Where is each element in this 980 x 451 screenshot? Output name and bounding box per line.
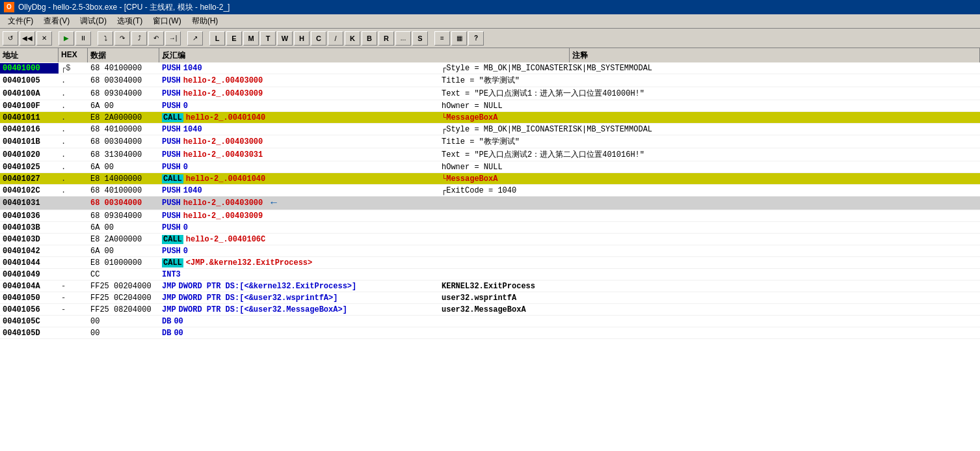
tb-C[interactable]: C [311, 31, 326, 46]
tb-K[interactable]: K [345, 31, 360, 46]
table-row[interactable]: 0040102C.68 40100000PUSH1040┌ExitCode = … [0, 185, 980, 197]
tb-R[interactable]: R [378, 31, 394, 46]
tb-E[interactable]: E [226, 31, 242, 46]
tb-run-to[interactable]: →| [165, 31, 181, 46]
operand: hello-2_.00403000 [183, 137, 263, 146]
table-row[interactable]: 00401000┌$68 40100000PUSH1040┌Style = MB… [0, 62, 980, 74]
cell-disasm: PUSHhello-2_.00403031 [159, 150, 439, 160]
menu-window[interactable]: 窗口(W) [148, 14, 186, 28]
table-row[interactable]: 00401020.68 31304000PUSHhello-2_.0040303… [0, 148, 980, 161]
cell-comment [439, 215, 980, 217]
mnemonic: PUSH [162, 89, 181, 98]
menu-view[interactable]: 查看(V) [38, 14, 75, 28]
mnemonic: JMP [162, 282, 176, 291]
cell-address: 00401031 [0, 198, 59, 208]
cell-hex [59, 333, 88, 334]
table-row[interactable]: 0040103B6A 00PUSH0 [0, 222, 980, 234]
mnemonic: PUSH [162, 150, 181, 159]
tb-restart[interactable]: ↺ [3, 31, 18, 46]
tb-back[interactable]: ◀◀ [20, 31, 35, 46]
tb-pause[interactable]: ⏸ [75, 31, 91, 46]
cell-data: 00 [88, 316, 159, 327]
cell-data: FF25 00204000 [88, 281, 159, 292]
cell-comment: Title = "教学测试" [439, 74, 980, 87]
operand: 0 [183, 102, 188, 111]
tb-slash[interactable]: / [328, 31, 343, 46]
operand: 00 [174, 329, 183, 338]
cell-address: 00401016 [0, 124, 59, 135]
tb-trace-over[interactable]: ↶ [148, 31, 164, 46]
operand: hello-2_.00403009 [183, 212, 263, 221]
cell-data: 00 [88, 328, 159, 338]
col-hex: HEX [59, 48, 88, 63]
cell-disasm: DB00 [159, 316, 439, 327]
table-row[interactable]: 00401044E8 01000000CALL<JMP.&kernel32.Ex… [0, 257, 980, 269]
cell-comment: hOwner = NULL [439, 101, 980, 111]
cell-hex [59, 321, 88, 322]
operand: hello-2_.00403000 [183, 76, 263, 85]
menu-debug[interactable]: 调试(D) [75, 14, 112, 28]
tb-exec[interactable]: ↗ [187, 31, 203, 46]
table-row[interactable]: 0040101B.68 00304000PUSHhello-2_.0040300… [0, 135, 980, 148]
table-row[interactable]: 00401025.6A 00PUSH0 hOwner = NULL [0, 161, 980, 173]
tb-run[interactable]: ▶ [59, 31, 74, 46]
tb-T[interactable]: T [260, 31, 276, 46]
table-row[interactable]: 004010426A 00PUSH0 [0, 245, 980, 257]
table-row[interactable]: 0040104A-FF25 00204000JMPDWORD PTR DS:[<… [0, 280, 980, 292]
title-bar: O OllyDbg - hello-2.5-3box.exe - [CPU - … [0, 0, 980, 14]
table-row[interactable]: 0040105C00DB00 [0, 316, 980, 327]
disasm-panel[interactable]: 00401000┌$68 40100000PUSH1040┌Style = MB… [0, 62, 980, 451]
menu-file[interactable]: 文件(F) [3, 14, 38, 28]
tb-close[interactable]: ✕ [36, 31, 52, 46]
mnemonic: DB [162, 329, 171, 338]
cell-address: 00401044 [0, 258, 59, 268]
mnemonic: JMP [162, 305, 176, 314]
mnemonic: PUSH [162, 102, 181, 111]
operand: hello-2_.00401040 [186, 174, 265, 184]
mnemonic: PUSH [162, 137, 181, 146]
table-row[interactable]: 00401005.68 00304000PUSHhello-2_.0040300… [0, 74, 980, 87]
mnemonic: PUSH [162, 223, 181, 232]
tb-step-in[interactable]: ⤵ [98, 31, 113, 46]
table-row[interactable]: 00401050-FF25 0C204000JMPDWORD PTR DS:[<… [0, 292, 980, 304]
tb-H[interactable]: H [294, 31, 310, 46]
menu-options[interactable]: 选项(T) [112, 14, 148, 28]
tb-question[interactable]: ? [468, 31, 484, 46]
cell-comment [439, 202, 980, 204]
table-row[interactable]: 0040100A.68 09304000PUSHhello-2_.0040300… [0, 87, 980, 100]
tb-W[interactable]: W [277, 31, 293, 46]
cell-data: 68 09304000 [88, 211, 159, 221]
tb-B[interactable]: B [362, 31, 377, 46]
col-addr: 地址 [0, 48, 59, 63]
table-row[interactable]: 00401011.E8 2A000000CALLhello-2_.0040104… [0, 112, 980, 124]
cell-data: FF25 08204000 [88, 305, 159, 315]
table-row[interactable]: 00401016.68 40100000PUSH1040┌Style = MB_… [0, 124, 980, 135]
tb-grid[interactable]: ▦ [451, 31, 467, 46]
table-row[interactable]: 0040103668 09304000PUSHhello-2_.00403009 [0, 210, 980, 222]
table-row[interactable]: 00401049CCINT3 [0, 269, 980, 280]
cell-data: 68 40100000 [88, 124, 159, 135]
cell-disasm: CALL<JMP.&kernel32.ExitProcess> [159, 258, 439, 268]
table-row[interactable]: 00401056-FF25 08204000JMPDWORD PTR DS:[<… [0, 304, 980, 316]
table-row[interactable]: 0040105D00DB00 [0, 327, 980, 339]
operand: hello-2_.0040106C [186, 235, 265, 244]
table-row[interactable]: 0040100F.6A 00PUSH0 hOwner = NULL [0, 100, 980, 112]
table-row[interactable]: 0040103DE8 2A000000CALLhello-2_.0040106C [0, 234, 980, 245]
cell-hex [59, 227, 88, 228]
tb-L[interactable]: L [209, 31, 225, 46]
cell-hex: - [59, 305, 88, 315]
table-row[interactable]: 0040103168 00304000PUSHhello-2_.00403000… [0, 197, 980, 210]
tb-S[interactable]: S [412, 31, 428, 46]
main-content: 00401000┌$68 40100000PUSH1040┌Style = MB… [0, 62, 980, 451]
menu-help[interactable]: 帮助(H) [187, 14, 224, 28]
table-row[interactable]: 00401027.E8 14000000CALLhello-2_.0040104… [0, 173, 980, 185]
cell-data: 68 09304000 [88, 89, 159, 99]
tb-step-over[interactable]: ↷ [114, 31, 130, 46]
tb-M[interactable]: M [243, 31, 259, 46]
cell-address: 00401036 [0, 211, 59, 221]
operand: hello-2_.00403031 [183, 150, 263, 159]
tb-trace-in[interactable]: ⤴ [131, 31, 147, 46]
tb-dots[interactable]: ... [395, 31, 411, 46]
title-text: OllyDbg - hello-2.5-3box.exe - [CPU - 主线… [18, 2, 230, 13]
tb-list[interactable]: ≡ [434, 31, 450, 46]
